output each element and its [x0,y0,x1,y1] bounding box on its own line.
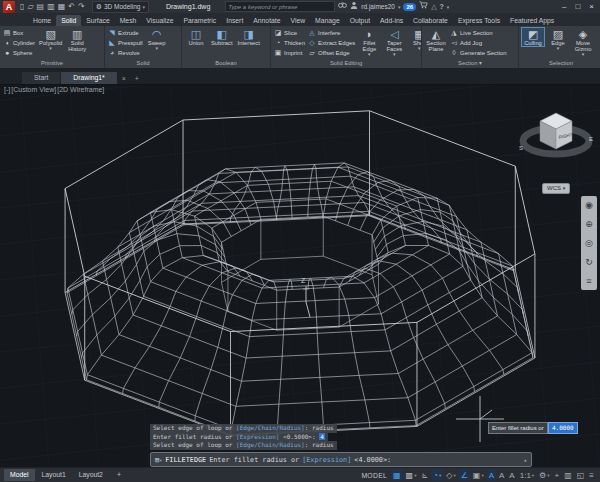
ribbon-tab-mesh[interactable]: Mesh [115,15,142,26]
workspace-switch-icon[interactable]: ⚙▾ [537,469,551,481]
window-maximize-button[interactable]: □ [572,0,583,13]
stay-connected-icon[interactable]: △ [431,1,436,13]
help-search-box[interactable] [225,1,335,12]
orbit-icon[interactable]: ↻ [585,257,593,267]
button-sweep[interactable]: ◠Sweep▾ [146,28,168,50]
clean-screen-icon[interactable]: ◱ [575,469,587,481]
button-add-jog[interactable]: ◅Add Jog [450,38,507,47]
button-sphere[interactable]: ●Sphere [3,48,35,57]
plot-icon[interactable]: ▦ [58,0,66,13]
search-binoculars-icon[interactable] [338,1,347,13]
button-generate-section[interactable]: ◊Generate Section [450,48,507,57]
file-tab-start[interactable]: Start [22,72,60,84]
button-extrude[interactable]: ◥Extrude [108,28,143,37]
isodraft-icon[interactable]: ◇▾ [444,469,457,481]
steering-wheel-icon[interactable]: ◉ [585,200,593,210]
user-menu-chevron-icon[interactable]: ▾ [398,4,401,10]
button-offset-edge[interactable]: ▱Offset Edge [308,48,355,57]
ribbon-tab-view[interactable]: View [285,15,310,26]
pan-icon[interactable]: ⊕ [585,219,593,229]
polysolid-dropdown-icon[interactable]: ▾ [49,46,52,50]
customization-menu-icon[interactable]: ≡ [587,469,596,481]
prompt-options[interactable]: [Edge/Chain/Radius] [236,424,305,431]
zoom-icon[interactable]: ◎ [585,238,593,248]
file-tab-close-button[interactable]: × [118,73,130,84]
object-snap-icon[interactable]: ▣▾ [471,469,486,481]
annotation-visibility-icon[interactable]: A [487,469,496,481]
layout-tab-layout2[interactable]: Layout2 [73,469,109,481]
window-close-button[interactable]: × [586,0,597,13]
ribbon-tab-add-ins[interactable]: Add-ins [375,15,408,26]
button-union[interactable]: ◫Union [185,28,207,46]
button-polysolid[interactable]: ▧Polysolid▾ [38,28,63,50]
button-slice[interactable]: ◪Slice [274,28,305,37]
layout-tab-model[interactable]: Model [4,469,35,481]
viewport-visual-style-control[interactable]: [2D Wireframe] [57,86,104,93]
help-icon[interactable]: ? [440,1,444,13]
app-store-cart-icon[interactable] [419,1,428,13]
button-presspull[interactable]: ◣Presspull [108,38,143,47]
open-file-icon[interactable]: ▱ [27,0,33,13]
ucs-selector[interactable]: WCS ▾ [542,183,570,194]
workspace-selector[interactable]: ⚙ 3D Modeling ▾ [92,1,149,13]
button-interfere[interactable]: ◬Interfere [308,28,355,37]
save-as-icon[interactable]: ▥ [47,0,55,13]
button-imprint[interactable]: ▣Imprint [274,48,305,57]
ribbon-tab-visualize[interactable]: Visualize [141,15,178,26]
command-option-expression[interactable]: [Expression] [302,456,351,464]
command-line[interactable]: ▤▾ FILLETEDGE Enter fillet radius or [Ex… [150,452,532,467]
ribbon-tab-surface[interactable]: Surface [81,15,114,26]
ribbon-tab-output[interactable]: Output [345,15,375,26]
annotation-scale-icon[interactable]: A [507,469,516,481]
button-intersect[interactable]: ◨Intersect [237,28,261,46]
ortho-mode-icon[interactable]: ⊾ [419,469,430,481]
annotation-autoscale-icon[interactable]: A [497,469,506,481]
scale-value[interactable]: 1:1▾ [518,469,536,481]
search-input[interactable] [228,4,332,10]
save-icon[interactable]: ▤ [37,0,45,13]
shell-dropdown-icon[interactable]: ▾ [418,46,421,50]
snap-mode-icon[interactable]: ▩▾ [404,469,419,481]
ribbon-tab-home[interactable]: Home [28,15,56,26]
button-box[interactable]: ▤Box [3,28,35,37]
command-history-expand-icon[interactable]: ▴ [523,456,527,463]
drawing-canvas[interactable]: ZSERIGHT [-] [Custom View] [2D Wireframe… [0,84,600,482]
layout-tab-layout1[interactable]: Layout1 [36,469,72,481]
ribbon-tab-solid[interactable]: Solid [56,15,81,26]
autocad-logo-icon[interactable]: A [3,1,15,13]
ribbon-tab-express-tools[interactable]: Express Tools [453,15,505,26]
signed-in-username[interactable]: rd.jaimes20 [361,3,395,10]
button-extract-edges[interactable]: ◇Extract Edges [308,38,355,47]
new-file-icon[interactable]: ▯ [20,0,24,13]
grid-display-icon[interactable]: ▦ [391,469,403,481]
ribbon-tab-collaborate[interactable]: Collaborate [408,15,453,26]
object-snap-tracking-icon[interactable]: ∠ [459,469,470,481]
edge-dropdown-icon[interactable]: ▾ [557,46,560,50]
button-move-gizmo[interactable]: ◈MoveGizmo▾ [572,28,594,56]
dynamic-input-value[interactable]: 4.0000 [548,422,578,434]
command-line-customize-icon[interactable]: ▤▾ [155,456,162,464]
add-layout-button[interactable]: + [111,469,127,481]
undo-icon[interactable]: ↶ [68,0,75,13]
button-cylinder[interactable]: ◖Cylinder [3,38,35,47]
button-solid-history[interactable]: ▥SolidHistory [66,28,88,52]
prompt-options[interactable]: [Edge/Chain/Radius] [236,441,305,448]
button-revolve[interactable]: ◕Revolve [108,48,143,57]
viewport-view-control[interactable]: [Custom View] [11,86,56,93]
ribbon-tab-manage[interactable]: Manage [310,15,345,26]
ribbon-tab-insert[interactable]: Insert [221,15,248,26]
help-chevron-icon[interactable]: ▾ [447,4,450,10]
navbar-menu-icon[interactable]: ≡ [586,276,591,286]
button-taper-faces[interactable]: ◁TaperFaces▾ [383,28,405,56]
units-icon[interactable]: ▥ [562,469,574,481]
button-culling[interactable]: ◩Culling [522,28,544,46]
button-shell[interactable]: ▦Shell▾ [408,28,422,50]
window-minimize-button[interactable]: – [559,0,569,13]
new-drawing-tab-button[interactable]: + [131,73,143,84]
button-edge[interactable]: ▨Edge▾ [547,28,569,50]
redo-icon[interactable]: ↷ [78,0,85,13]
move-gizmo-dropdown-icon[interactable]: ▾ [582,52,585,56]
annotation-monitor-icon[interactable]: + [553,469,562,481]
button-thicken[interactable]: ◔Thicken [274,38,305,47]
ribbon-tab-featured-apps[interactable]: Featured Apps [505,15,559,26]
